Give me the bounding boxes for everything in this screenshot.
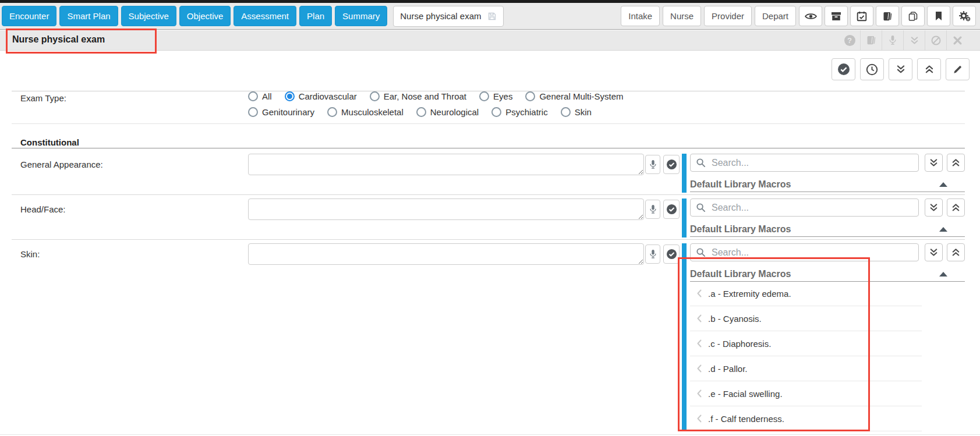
bookmark-button[interactable] bbox=[927, 6, 950, 26]
microphone-icon bbox=[889, 35, 897, 45]
skin-textarea[interactable] bbox=[248, 243, 644, 265]
search-icon bbox=[696, 158, 706, 168]
radio-general-multi-system[interactable]: General Multi-System bbox=[525, 91, 623, 101]
macro-item-b[interactable]: .b - Cyanosis. bbox=[690, 306, 922, 331]
chevron-double-up-icon bbox=[951, 248, 960, 257]
expand-all-button[interactable] bbox=[889, 58, 912, 80]
check-circle-icon bbox=[666, 249, 677, 260]
radio-circle[interactable] bbox=[327, 107, 337, 117]
general-appearance-macro-search[interactable] bbox=[690, 154, 919, 172]
search-input[interactable] bbox=[710, 202, 913, 214]
chevron-double-up-icon bbox=[925, 65, 934, 74]
radio-psychiatric[interactable]: Psychiatric bbox=[491, 107, 548, 117]
macros-book-button[interactable] bbox=[860, 30, 882, 50]
macro-item-c[interactable]: .c - Diaphoresis. bbox=[690, 331, 922, 356]
macro-item-e[interactable]: .e - Facial swelling. bbox=[690, 381, 922, 406]
radio-musculoskeletal[interactable]: Musculoskeletal bbox=[327, 107, 404, 117]
radio-genitourinary[interactable]: Genitourinary bbox=[248, 107, 314, 117]
head-face-textarea[interactable] bbox=[248, 198, 644, 220]
nav-button-encounter[interactable]: Encounter bbox=[2, 6, 56, 26]
caret-up-icon bbox=[939, 182, 947, 187]
skin-macro-search[interactable] bbox=[690, 243, 919, 261]
macros-group-header[interactable]: Default Library Macros bbox=[690, 178, 965, 192]
top-toolbar: Encounter Smart Plan Subjective Objectiv… bbox=[0, 3, 980, 30]
macro-expand-all-button[interactable] bbox=[925, 243, 943, 261]
copy-button[interactable] bbox=[901, 6, 925, 26]
radio-ear-nose-throat[interactable]: Ear, Nose and Throat bbox=[370, 91, 466, 101]
close-icon bbox=[953, 36, 962, 45]
check-circle-icon bbox=[666, 204, 677, 215]
nav-button-plan[interactable]: Plan bbox=[299, 6, 332, 26]
macro-item-a[interactable]: .a - Extremity edema. bbox=[690, 281, 922, 306]
page-title: Nurse physical exam bbox=[12, 34, 105, 45]
chevron-double-down-icon bbox=[910, 36, 919, 45]
check-circle-icon bbox=[837, 63, 850, 76]
macro-item-d[interactable]: .d - Pallor. bbox=[690, 356, 922, 381]
archive-button[interactable] bbox=[825, 6, 848, 26]
radio-circle[interactable] bbox=[491, 107, 501, 117]
radio-circle-selected[interactable] bbox=[285, 91, 295, 101]
collapse-all-button[interactable] bbox=[917, 58, 941, 80]
head-face-macro-search[interactable] bbox=[690, 198, 919, 217]
dictate-button[interactable] bbox=[882, 30, 903, 50]
radio-circle[interactable] bbox=[416, 107, 426, 117]
macro-item-f[interactable]: .f - Calf tenderness. bbox=[690, 406, 922, 431]
macro-collapse-all-button[interactable] bbox=[947, 154, 965, 172]
macro-collapse-all-button[interactable] bbox=[947, 243, 965, 261]
general-appearance-complete-button[interactable] bbox=[663, 155, 680, 174]
radio-skin[interactable]: Skin bbox=[561, 107, 592, 117]
search-input[interactable] bbox=[710, 157, 913, 169]
nav-button-objective[interactable]: Objective bbox=[179, 6, 231, 26]
library-button[interactable] bbox=[876, 6, 899, 26]
microphone-icon bbox=[649, 159, 657, 169]
head-face-dictate-button[interactable] bbox=[645, 200, 660, 219]
nav-button-summary[interactable]: Summary bbox=[335, 6, 387, 26]
eye-button[interactable] bbox=[799, 6, 822, 26]
radio-circle[interactable] bbox=[248, 107, 258, 117]
macro-item-label: .e - Facial swelling. bbox=[708, 389, 783, 399]
chevron-left-icon bbox=[697, 364, 702, 373]
nav-button-smart-plan[interactable]: Smart Plan bbox=[59, 6, 118, 26]
collapse-section-button[interactable] bbox=[903, 30, 925, 50]
macro-item-label: .f - Calf tenderness. bbox=[708, 414, 784, 424]
check-circle-icon bbox=[666, 159, 677, 170]
macro-item-label: .a - Extremity edema. bbox=[708, 289, 791, 299]
radio-circle[interactable] bbox=[248, 91, 258, 101]
complete-button[interactable] bbox=[832, 58, 855, 80]
radio-circle[interactable] bbox=[525, 91, 535, 101]
macro-expand-all-button[interactable] bbox=[925, 154, 943, 172]
radio-all[interactable]: All bbox=[248, 91, 272, 101]
search-input[interactable] bbox=[710, 247, 913, 258]
radio-eyes[interactable]: Eyes bbox=[479, 91, 512, 101]
stage-button-intake[interactable]: Intake bbox=[621, 6, 660, 26]
macro-collapse-all-button[interactable] bbox=[947, 198, 965, 217]
history-button[interactable] bbox=[860, 58, 884, 80]
radio-neurological[interactable]: Neurological bbox=[416, 107, 479, 117]
radio-circle[interactable] bbox=[561, 107, 571, 117]
macros-group-header[interactable]: Default Library Macros bbox=[690, 222, 965, 236]
macros-group-header[interactable]: Default Library Macros bbox=[690, 267, 965, 281]
nav-button-subjective[interactable]: Subjective bbox=[121, 6, 176, 26]
stage-button-depart[interactable]: Depart bbox=[755, 6, 796, 26]
skin-dictate-button[interactable] bbox=[645, 244, 660, 264]
stage-button-nurse[interactable]: Nurse bbox=[663, 6, 701, 26]
chevron-left-icon bbox=[697, 289, 702, 297]
settings-button[interactable] bbox=[953, 6, 976, 26]
calendar-button[interactable] bbox=[850, 6, 873, 26]
nav-button-assessment[interactable]: Assessment bbox=[233, 6, 296, 26]
close-button[interactable] bbox=[946, 30, 968, 50]
general-appearance-dictate-button[interactable] bbox=[645, 155, 660, 174]
radio-cardiovascular[interactable]: Cardiovascular bbox=[285, 91, 357, 101]
head-face-complete-button[interactable] bbox=[663, 200, 680, 219]
help-button[interactable]: ? bbox=[839, 30, 860, 50]
active-document-tab[interactable]: Nurse physical exam bbox=[393, 6, 504, 27]
radio-circle[interactable] bbox=[479, 91, 489, 101]
stage-button-provider[interactable]: Provider bbox=[704, 6, 752, 26]
macro-expand-all-button[interactable] bbox=[925, 198, 943, 217]
general-appearance-textarea[interactable] bbox=[248, 154, 644, 175]
edit-button[interactable] bbox=[946, 58, 970, 80]
skin-complete-button[interactable] bbox=[663, 244, 680, 264]
caret-up-icon bbox=[939, 227, 947, 232]
radio-circle[interactable] bbox=[370, 91, 380, 101]
disable-button[interactable] bbox=[925, 30, 946, 50]
